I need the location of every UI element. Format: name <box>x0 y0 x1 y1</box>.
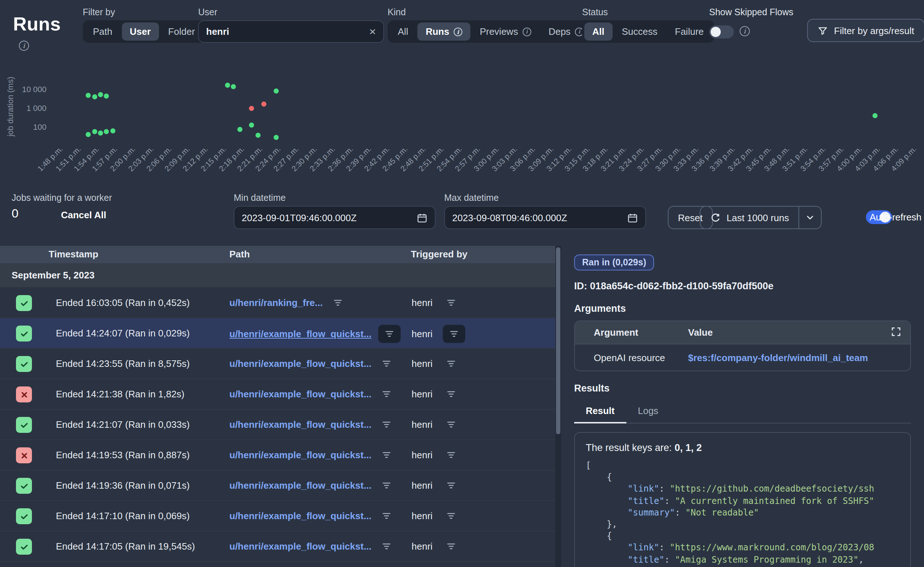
result-summary-keys: 0, 1, 2 <box>675 442 702 453</box>
filter-by-user-icon[interactable] <box>443 538 459 555</box>
results-tabs: ResultLogs <box>574 399 911 423</box>
chart-point-success <box>98 92 103 97</box>
filter-by-path-icon[interactable] <box>378 386 395 402</box>
filter-by-path-icon[interactable] <box>378 355 395 372</box>
scrollbar-thumb[interactable] <box>556 247 560 434</box>
success-icon <box>16 295 32 311</box>
y-axis-tick: 1 000 <box>0 104 47 112</box>
clear-user-filter-icon[interactable]: × <box>369 26 376 38</box>
table-row[interactable]: Ended 14:24:07 (Ran in 0,029s)u/henri/ex… <box>0 318 555 349</box>
filter-by-label: Filter by <box>83 7 115 17</box>
filter-by-user-icon[interactable] <box>443 294 459 311</box>
last-runs-button[interactable]: Last 1000 runs <box>700 206 822 229</box>
option-label: Success <box>622 26 657 37</box>
cancel-all-button[interactable]: Cancel All <box>61 210 106 220</box>
show-skipped-toggle[interactable] <box>709 26 734 38</box>
result-json-line: "link": "https://www.markround.com/blog/… <box>586 542 899 554</box>
min-datetime <box>234 206 435 229</box>
chart-point-success <box>86 93 91 98</box>
run-path-link[interactable]: u/henri/example_flow_quickst... <box>229 328 372 339</box>
chart-point-success <box>274 135 279 140</box>
filter-by-path-icon[interactable] <box>378 325 401 343</box>
table-row[interactable]: Ended 14:19:53 (Ran in 0,887s)u/henri/ex… <box>0 440 555 471</box>
run-path-link[interactable]: u/henri/example_flow_quickst... <box>229 358 372 369</box>
run-triggered-by: henri <box>412 328 433 339</box>
filter-by-user-icon[interactable] <box>443 355 459 372</box>
tab-result[interactable]: Result <box>574 399 626 423</box>
calendar-icon[interactable] <box>417 212 427 223</box>
chart-point-success <box>104 129 109 134</box>
failure-icon <box>16 447 32 464</box>
filter-by-user-icon[interactable] <box>443 416 459 433</box>
run-timestamp: Ended 16:03:05 (Ran in 0,452s) <box>56 297 190 308</box>
filter-by-path-icon[interactable] <box>378 507 395 524</box>
status-group-option-success[interactable]: Success <box>614 22 665 40</box>
column-header-timestamp: Timestamp <box>49 249 98 260</box>
kind-group-option-all[interactable]: All <box>390 22 416 40</box>
result-json-line: { <box>586 471 899 483</box>
option-label: Deps <box>548 26 570 37</box>
table-row[interactable]: Ended 14:21:38 (Ran in 1,82s)u/henri/exa… <box>0 379 555 410</box>
table-row[interactable]: Ended 14:21:07 (Ran in 0,033s)u/henri/ex… <box>0 410 555 440</box>
run-triggered-by: henri <box>412 510 433 521</box>
tab-logs[interactable]: Logs <box>626 399 670 423</box>
chart-point-success <box>231 84 236 89</box>
filter-by-path-icon[interactable] <box>378 538 395 555</box>
calendar-icon[interactable] <box>627 212 638 223</box>
status-group-option-failure[interactable]: Failure <box>667 22 712 40</box>
run-path-link[interactable]: u/henri/example_flow_quickst... <box>229 419 372 430</box>
filter-by-path-icon[interactable] <box>329 294 346 311</box>
run-path-link[interactable]: u/henri/ranking_fre... <box>229 297 323 308</box>
table-row[interactable]: Ended 14:17:05 (Ran in 19,545s)u/henri/e… <box>0 531 555 562</box>
run-timestamp: Ended 14:17:10 (Ran in 0,069s) <box>56 510 190 521</box>
table-row[interactable]: Ended 14:23:55 (Ran in 8,575s)u/henri/ex… <box>0 349 555 379</box>
table-row[interactable]: Ended 14:17:10 (Ran in 0,069s)u/henri/ex… <box>0 501 555 531</box>
last-runs-chevron[interactable] <box>798 207 821 228</box>
run-path-link[interactable]: u/henri/example_flow_quickst... <box>229 388 372 399</box>
run-path-link[interactable]: u/henri/example_flow_quickst... <box>229 450 372 460</box>
run-path-link[interactable]: u/henri/example_flow_quickst... <box>229 480 372 491</box>
filter-by-path-icon[interactable] <box>378 447 395 464</box>
run-triggered-by: henri <box>412 450 433 460</box>
filter-by-path-icon[interactable] <box>378 416 395 433</box>
chevron-down-icon <box>805 213 815 223</box>
filter-by-group-option-folder[interactable]: Folder <box>160 22 203 40</box>
column-header-path: Path <box>229 249 250 260</box>
success-icon <box>16 539 32 555</box>
run-path-link[interactable]: u/henri/example_flow_quickst... <box>229 541 372 552</box>
toggle-knob <box>710 27 721 37</box>
kind-group-option-previews[interactable]: Previewsi <box>472 22 539 40</box>
argument-value-link[interactable]: $res:f/company-folder/windmill_ai_team <box>688 352 910 363</box>
filter-by-group-option-user[interactable]: User <box>122 22 159 40</box>
option-label: Runs <box>426 26 449 37</box>
chart-point-success <box>873 114 878 118</box>
status-group-option-all[interactable]: All <box>584 22 612 40</box>
args-result-filter-button[interactable]: Filter by args/result <box>807 19 924 42</box>
chart-point-failure <box>261 102 266 106</box>
filter-by-path-icon[interactable] <box>378 477 395 494</box>
filter-by-group-option-path[interactable]: Path <box>85 22 120 40</box>
result-json: [ { "link": "https://github.com/deadbeef… <box>586 460 899 567</box>
expand-icon[interactable] <box>891 326 901 337</box>
min-datetime-input[interactable] <box>242 212 411 223</box>
show-skipped-info-icon[interactable]: i <box>740 26 750 36</box>
table-scrollbar[interactable] <box>555 246 561 567</box>
kind-group-option-runs[interactable]: Runsi <box>418 22 470 40</box>
runs-info-icon[interactable]: i <box>19 40 29 51</box>
user-filter-input[interactable] <box>206 26 363 37</box>
max-datetime-input[interactable] <box>452 212 622 223</box>
filter-by-user-icon[interactable] <box>443 507 459 524</box>
run-path-link[interactable]: u/henri/example_flow_quickst... <box>229 510 372 521</box>
table-row[interactable]: Ended 14:19:36 (Ran in 0,071s)u/henri/ex… <box>0 471 555 501</box>
max-datetime <box>444 206 646 229</box>
column-header-value: Value <box>688 327 910 338</box>
filter-by-user-icon[interactable] <box>443 386 459 402</box>
table-row[interactable]: Ended 16:03:05 (Ran in 0,452s)u/henri/ra… <box>0 288 555 318</box>
option-label: All <box>398 26 408 37</box>
run-timestamp: Ended 14:21:38 (Ran in 1,82s) <box>56 388 184 399</box>
filter-by-user-icon[interactable] <box>443 477 459 494</box>
filter-by-user-icon[interactable] <box>443 447 459 464</box>
args-result-filter-label: Filter by args/result <box>834 25 914 36</box>
chart-point-success <box>92 129 97 134</box>
filter-by-user-icon[interactable] <box>443 325 465 343</box>
